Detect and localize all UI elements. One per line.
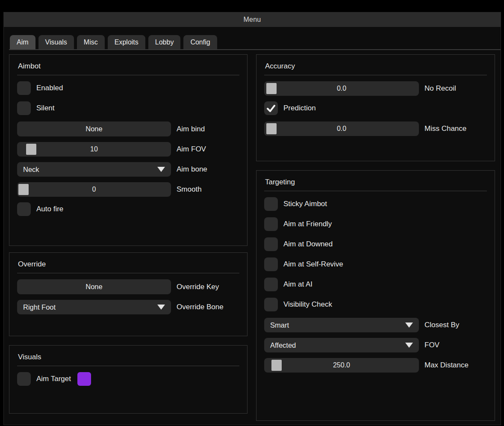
override-bone-label: Override Bone bbox=[177, 303, 224, 311]
aim-bone-dropdown[interactable]: Neck bbox=[17, 162, 171, 177]
closest-by-dropdown[interactable]: Smart bbox=[264, 318, 419, 332]
visuals-panel-title: Visuals bbox=[17, 351, 239, 361]
max-distance-slider[interactable]: 250.0 bbox=[264, 358, 419, 373]
accuracy-panel-title: Accuracy bbox=[264, 60, 487, 71]
miss-chance-value: 0.0 bbox=[264, 121, 419, 136]
aim-target-label: Aim Target bbox=[36, 375, 71, 383]
max-distance-row: 250.0 Max Distance bbox=[264, 358, 487, 373]
separator bbox=[264, 75, 487, 75]
targeting-panel-title: Targeting bbox=[264, 176, 487, 186]
miss-chance-label: Miss Chance bbox=[424, 124, 466, 133]
separator bbox=[17, 75, 239, 75]
aimbot-silent-row: Silent bbox=[17, 101, 239, 115]
override-panel: Override None Override Key Right Foot Ov… bbox=[9, 252, 248, 336]
tab-visuals[interactable]: Visuals bbox=[38, 35, 74, 49]
tab-lobby[interactable]: Lobby bbox=[148, 35, 181, 49]
aimbot-enabled-row: Enabled bbox=[17, 81, 239, 95]
tab-aim[interactable]: Aim bbox=[10, 35, 35, 49]
aim-at-friendly-row: Aim at Friendly bbox=[264, 217, 487, 231]
aim-fov-row: 10 Aim FOV bbox=[17, 142, 239, 157]
smooth-value: 0 bbox=[17, 182, 171, 197]
aim-at-downed-checkbox[interactable] bbox=[264, 237, 278, 251]
aim-bone-label: Aim bone bbox=[177, 165, 207, 174]
aim-bone-value: Neck bbox=[23, 166, 39, 174]
aim-fov-value: 10 bbox=[17, 142, 171, 157]
closest-by-label: Closest By bbox=[424, 321, 459, 329]
aim-at-friendly-label: Aim at Friendly bbox=[283, 220, 332, 228]
fov-value: Affected bbox=[270, 341, 296, 349]
aim-bind-label: Aim bind bbox=[177, 125, 205, 133]
fov-row: Affected FOV bbox=[264, 338, 487, 352]
aim-at-self-revive-label: Aim at Self-Revive bbox=[283, 260, 343, 269]
no-recoil-row: 0.0 No Recoil bbox=[264, 81, 487, 96]
override-bone-dropdown[interactable]: Right Foot bbox=[17, 300, 171, 314]
aimbot-enabled-checkbox[interactable] bbox=[17, 81, 31, 95]
aim-target-row: Aim Target bbox=[17, 372, 239, 386]
aim-at-ai-checkbox[interactable] bbox=[264, 278, 278, 291]
override-key-row: None Override Key bbox=[17, 279, 239, 294]
sticky-aimbot-label: Sticky Aimbot bbox=[283, 200, 327, 208]
tab-content-aim: Aimbot Enabled S bbox=[4, 50, 501, 421]
aim-bind-row: None Aim bind bbox=[17, 121, 239, 136]
no-recoil-slider[interactable]: 0.0 bbox=[264, 81, 419, 96]
aim-at-self-revive-checkbox[interactable] bbox=[264, 257, 278, 271]
prediction-checkbox[interactable] bbox=[264, 101, 278, 115]
aim-bind-button[interactable]: None bbox=[17, 121, 171, 136]
aimbot-silent-checkbox[interactable] bbox=[17, 101, 31, 115]
chevron-down-icon bbox=[157, 167, 165, 172]
targeting-panel: Targeting Sticky Aimbot bbox=[256, 170, 495, 421]
aim-at-ai-row: Aim at AI bbox=[264, 278, 487, 291]
aim-at-friendly-checkbox[interactable] bbox=[264, 217, 278, 231]
separator bbox=[17, 273, 239, 273]
max-distance-value: 250.0 bbox=[264, 358, 419, 373]
window-titlebar[interactable]: Menu bbox=[4, 12, 501, 27]
aim-fov-slider[interactable]: 10 bbox=[17, 142, 171, 157]
sticky-aimbot-row: Sticky Aimbot bbox=[264, 197, 487, 211]
tab-exploits[interactable]: Exploits bbox=[108, 35, 145, 49]
override-bone-row: Right Foot Override Bone bbox=[17, 300, 239, 314]
miss-chance-slider[interactable]: 0.0 bbox=[264, 121, 419, 136]
window-title: Menu bbox=[244, 16, 261, 24]
tab-bar: Aim Visuals Misc Exploits Lobby Config bbox=[9, 27, 501, 50]
aimbot-panel: Aimbot Enabled S bbox=[9, 54, 248, 246]
aimbot-enabled-label: Enabled bbox=[36, 84, 63, 92]
override-key-label: Override Key bbox=[177, 283, 219, 291]
smooth-row: 0 Smooth bbox=[17, 182, 239, 197]
smooth-slider[interactable]: 0 bbox=[17, 182, 171, 197]
no-recoil-label: No Recoil bbox=[424, 84, 456, 93]
visibility-check-checkbox[interactable] bbox=[264, 298, 278, 311]
override-panel-title: Override bbox=[17, 258, 239, 269]
no-recoil-value: 0.0 bbox=[264, 81, 419, 96]
chevron-down-icon bbox=[405, 322, 413, 328]
separator bbox=[264, 191, 487, 191]
fov-label: FOV bbox=[424, 341, 439, 349]
closest-by-row: Smart Closest By bbox=[264, 318, 487, 332]
auto-fire-label: Auto fire bbox=[36, 205, 63, 213]
aim-target-checkbox[interactable] bbox=[17, 372, 31, 386]
max-distance-label: Max Distance bbox=[424, 361, 469, 370]
aimbot-panel-title: Aimbot bbox=[17, 60, 239, 71]
visuals-panel: Visuals Aim Target bbox=[9, 345, 248, 414]
aim-at-downed-row: Aim at Downed bbox=[264, 237, 487, 251]
accuracy-panel: Accuracy 0.0 No Recoil Predictio bbox=[256, 54, 495, 161]
miss-chance-row: 0.0 Miss Chance bbox=[264, 121, 487, 136]
prediction-label: Prediction bbox=[283, 104, 316, 112]
override-key-button[interactable]: None bbox=[17, 279, 171, 294]
menu-window: Menu Aim Visuals Misc Exploits Lobby Con… bbox=[3, 12, 501, 425]
chevron-down-icon bbox=[157, 305, 165, 310]
tab-misc[interactable]: Misc bbox=[77, 35, 105, 49]
fov-dropdown[interactable]: Affected bbox=[264, 338, 419, 352]
aim-at-ai-label: Aim at AI bbox=[283, 280, 312, 289]
sticky-aimbot-checkbox[interactable] bbox=[264, 197, 278, 211]
visibility-check-row: Visibility Check bbox=[264, 298, 487, 311]
closest-by-value: Smart bbox=[270, 321, 289, 329]
separator bbox=[17, 366, 239, 366]
visibility-check-label: Visibility Check bbox=[283, 300, 332, 309]
tab-config[interactable]: Config bbox=[183, 35, 217, 49]
auto-fire-checkbox[interactable] bbox=[17, 202, 31, 216]
smooth-label: Smooth bbox=[177, 185, 202, 194]
chevron-down-icon bbox=[405, 343, 413, 348]
aim-target-color-swatch[interactable] bbox=[77, 372, 91, 386]
aimbot-silent-label: Silent bbox=[36, 104, 55, 112]
override-bone-value: Right Foot bbox=[23, 303, 56, 311]
